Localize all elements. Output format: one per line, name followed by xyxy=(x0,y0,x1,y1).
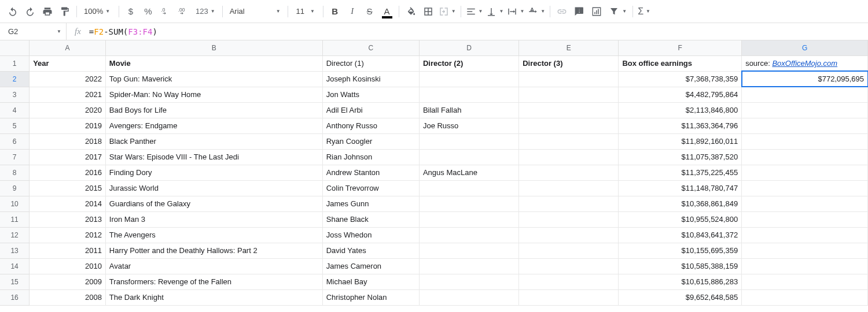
cell[interactable]: Christopher Nolan xyxy=(322,289,419,305)
cell[interactable]: Bad Boys for Life xyxy=(105,102,322,118)
cell[interactable]: Jurassic World xyxy=(105,180,322,196)
redo-button[interactable] xyxy=(22,3,38,20)
cell[interactable] xyxy=(742,274,868,289)
cell[interactable]: Star Wars: Episode VIII - The Last Jedi xyxy=(105,149,322,165)
cell[interactable]: Black Panther xyxy=(105,133,322,149)
cell[interactable] xyxy=(419,149,518,165)
cell[interactable]: Director (1) xyxy=(322,55,419,71)
cell[interactable]: $10,585,388,159 xyxy=(619,258,742,274)
cell[interactable] xyxy=(519,211,619,227)
cell[interactable]: source: BoxOfficeMojo.com xyxy=(742,55,868,71)
cell[interactable]: 2015 xyxy=(30,180,106,196)
row-header[interactable]: 14 xyxy=(0,258,30,274)
row-header[interactable]: 11 xyxy=(0,211,30,227)
text-color-button[interactable]: A xyxy=(379,3,395,20)
cell[interactable]: Andrew Stanton xyxy=(322,165,419,180)
cell[interactable]: David Yates xyxy=(322,243,419,258)
column-header-C[interactable]: C xyxy=(322,40,419,55)
cell[interactable]: Transformers: Revenge of the Fallen xyxy=(105,274,322,289)
cell[interactable] xyxy=(519,274,619,289)
cell[interactable] xyxy=(419,274,518,289)
source-link[interactable]: BoxOfficeMojo.com xyxy=(772,59,837,68)
cell[interactable] xyxy=(419,258,518,274)
cell[interactable] xyxy=(419,227,518,243)
cell[interactable]: 2018 xyxy=(30,133,106,149)
cell[interactable] xyxy=(742,165,868,180)
cell[interactable]: Year xyxy=(30,55,106,71)
font-size-dropdown[interactable]: 11 ▼ xyxy=(292,3,319,20)
paint-format-button[interactable] xyxy=(57,3,73,20)
cell[interactable]: 2010 xyxy=(30,258,106,274)
cell[interactable] xyxy=(742,196,868,211)
cell[interactable] xyxy=(519,102,619,118)
cell[interactable]: Michael Bay xyxy=(322,274,419,289)
cell[interactable]: $10,368,861,849 xyxy=(619,196,742,211)
cell[interactable] xyxy=(519,243,619,258)
row-header[interactable]: 8 xyxy=(0,165,30,180)
cell[interactable]: $9,652,648,585 xyxy=(619,289,742,305)
row-header[interactable]: 4 xyxy=(0,102,30,118)
cell[interactable] xyxy=(519,87,619,102)
cell[interactable] xyxy=(742,133,868,149)
cell[interactable]: $10,843,641,372 xyxy=(619,227,742,243)
filter-button[interactable] xyxy=(606,3,622,20)
cell[interactable] xyxy=(742,243,868,258)
column-header-A[interactable]: A xyxy=(30,40,106,55)
cell[interactable]: $11,148,780,747 xyxy=(619,180,742,196)
row-header[interactable]: 13 xyxy=(0,243,30,258)
row-header[interactable]: 6 xyxy=(0,133,30,149)
formula-input[interactable]: =F2-SUM(F3:F4) xyxy=(89,27,868,36)
row-header[interactable]: 7 xyxy=(0,149,30,165)
cell[interactable] xyxy=(519,180,619,196)
currency-button[interactable]: $ xyxy=(123,3,139,20)
cell[interactable] xyxy=(419,243,518,258)
cell[interactable] xyxy=(419,180,518,196)
cell[interactable]: Adil El Arbi xyxy=(322,102,419,118)
cell[interactable]: $11,892,160,011 xyxy=(619,133,742,149)
text-wrap-dropdown[interactable]: ▼ xyxy=(506,3,525,20)
row-header[interactable]: 2 xyxy=(0,71,30,87)
row-header[interactable]: 5 xyxy=(0,118,30,133)
cell[interactable]: Avengers: Endgame xyxy=(105,118,322,133)
cell[interactable]: Angus MacLane xyxy=(419,165,518,180)
cell[interactable]: $2,113,846,800 xyxy=(619,102,742,118)
decrease-decimal-button[interactable]: .0 xyxy=(157,3,174,20)
increase-decimal-button[interactable]: .00 xyxy=(175,3,191,20)
name-box[interactable]: G2 ▼ xyxy=(0,23,67,40)
column-header-B[interactable]: B xyxy=(105,40,322,55)
cell[interactable]: $10,155,695,359 xyxy=(619,243,742,258)
cell[interactable] xyxy=(519,165,619,180)
cell[interactable]: Anthony Russo xyxy=(322,118,419,133)
cell[interactable]: Box office earnings xyxy=(619,55,742,71)
text-rotation-dropdown[interactable]: ▼ xyxy=(527,3,546,20)
cell[interactable]: 2020 xyxy=(30,102,106,118)
cell[interactable]: Colin Trevorrow xyxy=(322,180,419,196)
cell[interactable]: 2009 xyxy=(30,274,106,289)
cell[interactable] xyxy=(742,149,868,165)
cell[interactable] xyxy=(519,196,619,211)
row-header[interactable]: 1 xyxy=(0,55,30,71)
merge-cells-dropdown[interactable]: ▼ xyxy=(437,3,457,20)
cell[interactable]: Finding Dory xyxy=(105,165,322,180)
cell[interactable]: 2022 xyxy=(30,71,106,87)
more-formats-dropdown[interactable]: 123 ▼ xyxy=(192,3,219,20)
cell[interactable]: Joe Russo xyxy=(419,118,518,133)
italic-button[interactable]: I xyxy=(344,3,361,20)
cell[interactable]: Joss Whedon xyxy=(322,227,419,243)
fill-color-button[interactable] xyxy=(403,3,419,20)
cell[interactable] xyxy=(519,289,619,305)
cell[interactable] xyxy=(742,118,868,133)
row-header[interactable]: 15 xyxy=(0,274,30,289)
insert-link-button[interactable] xyxy=(554,3,570,20)
undo-button[interactable] xyxy=(5,3,21,20)
cell[interactable]: $10,955,524,800 xyxy=(619,211,742,227)
cell[interactable] xyxy=(742,102,868,118)
cell[interactable]: Bilall Fallah xyxy=(419,102,518,118)
cell[interactable]: $11,375,225,455 xyxy=(619,165,742,180)
insert-chart-button[interactable] xyxy=(589,3,605,20)
cell[interactable] xyxy=(419,87,518,102)
cell[interactable] xyxy=(742,87,868,102)
borders-button[interactable] xyxy=(420,3,436,20)
cell[interactable]: Avatar xyxy=(105,258,322,274)
cell[interactable] xyxy=(742,211,868,227)
